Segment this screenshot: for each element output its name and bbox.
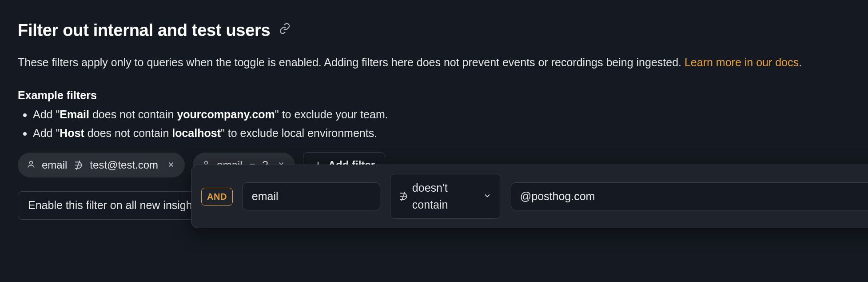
learn-more-link[interactable]: Learn more in our docs bbox=[685, 56, 799, 68]
close-icon[interactable] bbox=[167, 157, 175, 173]
property-input[interactable]: email bbox=[243, 182, 380, 211]
examples-title: Example filters bbox=[18, 87, 850, 104]
page-title: Filter out internal and test users bbox=[18, 18, 270, 43]
conjunction-pill[interactable]: AND bbox=[201, 188, 233, 205]
enable-filter-toggle[interactable]: Enable this filter on all new insight bbox=[18, 191, 206, 220]
value-input[interactable]: @posthog.com bbox=[511, 182, 868, 211]
link-icon[interactable] bbox=[279, 23, 291, 39]
description-period: . bbox=[799, 56, 802, 68]
chip-value: test@test.com bbox=[90, 157, 158, 173]
example-item: Add "Host does not contain localhost" to… bbox=[33, 125, 850, 142]
chip-field: email bbox=[42, 157, 67, 173]
filter-chip[interactable]: email ∌ test@test.com bbox=[18, 153, 185, 177]
value-text: @posthog.com bbox=[520, 188, 595, 205]
chevron-down-icon bbox=[483, 188, 492, 205]
example-item: Add "Email does not contain yourcompany.… bbox=[33, 106, 850, 123]
enable-filter-label: Enable this filter on all new insight bbox=[28, 197, 195, 214]
operator-label: doesn't contain bbox=[412, 180, 478, 213]
not-contains-icon: ∌ bbox=[74, 158, 83, 173]
person-icon bbox=[27, 157, 36, 173]
property-value: email bbox=[252, 188, 279, 205]
svg-point-1 bbox=[205, 161, 208, 165]
description: These filters apply only to queries when… bbox=[18, 54, 850, 71]
not-contains-icon: ∌ bbox=[399, 189, 408, 204]
examples-list: Add "Email does not contain yourcompany.… bbox=[18, 106, 850, 141]
operator-select[interactable]: ∌ doesn't contain bbox=[390, 174, 501, 219]
description-text: These filters apply only to queries when… bbox=[18, 56, 685, 68]
svg-point-0 bbox=[30, 161, 33, 165]
filter-builder-panel: AND email ∌ doesn't contain @posthog.com bbox=[191, 165, 868, 228]
